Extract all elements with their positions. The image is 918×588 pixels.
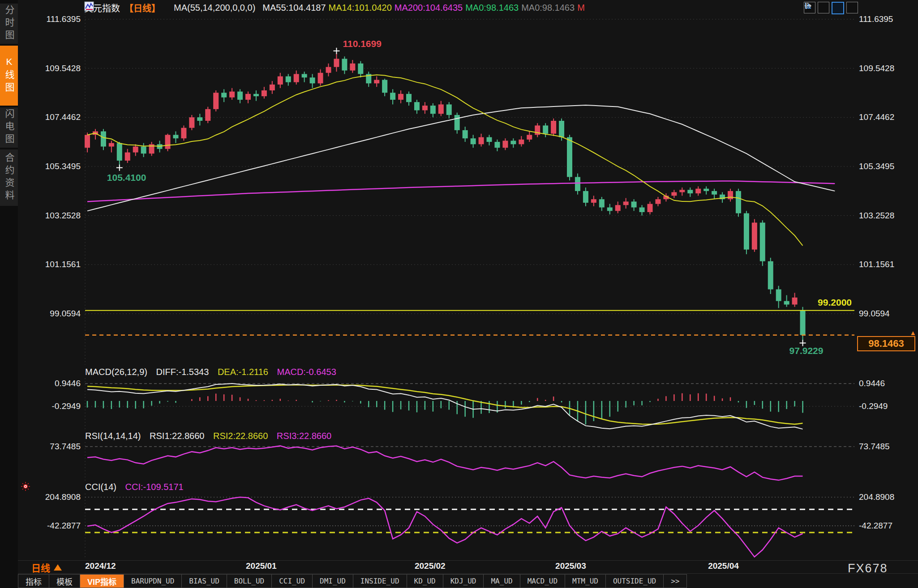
macd-axis-label: -0.2949 [859,401,916,411]
current-price-box: 98.1463 ▲ [857,336,915,351]
sidebar-item-4[interactable]: 合约资料 [0,149,18,206]
x-axis-month-label: 2025/03 [555,561,586,571]
toolbar [804,2,858,14]
rsi-axis-label: 73.7485 [859,442,916,452]
rsi3-value: RSI3:22.8660 [277,431,331,441]
price-axis-label: 109.5428 [859,64,916,73]
cci-value: CCI:-109.5171 [125,482,184,492]
indicator-tab-bar: 指标模板VIP指标BARUPDN_UDBIAS_UDBOLL_UDCCI_UDD… [18,574,687,588]
rsi-axis-label: 73.7485 [26,442,81,452]
indicator-tab-dmiud[interactable]: DMI_UD [313,574,353,588]
price-axis-label: 103.2528 [26,211,81,221]
last-low-label: 97.9229 [789,345,824,356]
indicator-tab-mtmud[interactable]: MTM_UD [565,574,606,588]
price-axis-label: 101.1561 [859,260,916,269]
x-axis-month-label: 2025/01 [246,561,277,571]
macd-axis-label: 0.9446 [26,379,81,388]
chart-canvas [0,0,918,588]
period-selector-label: 日线 [31,561,50,574]
cci-axis-label: -42.2877 [26,521,81,531]
sidebar-item-1[interactable]: 分时图 [0,4,18,44]
macd-title: MACD(26,12,9) [85,367,147,377]
period-badge[interactable]: 【日线】 [124,1,160,14]
separator [18,573,918,574]
indicator-tab-kdjud[interactable]: KDJ_UD [443,574,484,588]
indicator-tab-barupdnud[interactable]: BARUPDN_UD [124,574,182,588]
chart-application: 分时图K线图闪电图合约资料 美元指数 【日线】 MA(55,14,200,0,0… [0,0,918,588]
indicator-tab-[interactable]: 指标 [18,574,49,588]
x-axis-month-label: 2025/02 [415,561,446,571]
cci-axis-label: -42.2877 [859,521,916,531]
cci-axis-label: 204.8908 [859,492,916,502]
price-axis-label: 107.4462 [859,112,916,122]
indicator-tab-maud[interactable]: MA_UD [484,574,520,588]
ma-values: MA55:104.4187MA14:101.0420MA200:104.6435… [260,3,584,13]
watermark: FX678 [848,562,888,575]
macd-axis-label: -0.2949 [26,401,81,411]
ma-value-2: MA14:101.0420 [329,3,392,13]
ma-value-6: M [577,3,585,13]
indicator-tab-vip[interactable]: VIP指标 [80,574,124,588]
sidebar-item-3[interactable]: 闪电图 [0,107,18,148]
indicator-tab-outsideud[interactable]: OUTSIDE_UD [606,574,664,588]
macd-axis-label: 0.9446 [859,379,916,388]
indicator-tab-insideud[interactable]: INSIDE_UD [353,574,407,588]
price-axis-label: 111.6395 [26,14,81,24]
price-axis-label: 105.3495 [26,162,81,171]
separator [18,560,918,561]
x-axis-month-label: 2025/04 [708,561,739,571]
ma-value-4: MA0:98.1463 [465,3,519,13]
rsi-panel-header: RSI(14,14,14) RSI1:22.8660 RSI2:22.8660 … [85,431,338,441]
swing-low-label: 105.4100 [107,172,146,183]
cci-title: CCI(14) [85,482,116,492]
period-dropdown-icon [54,564,62,571]
period-selector[interactable]: 日线 [31,561,62,574]
indicator-tab-biasud[interactable]: BIAS_UD [182,574,227,588]
price-flag-icon: ▲ [909,329,916,337]
indicator-tab-kdud[interactable]: KD_UD [407,574,443,588]
indicator-tab-macdud[interactable]: MACD_UD [520,574,565,588]
indicator-tab-[interactable]: 模板 [49,574,80,588]
price-axis-label: 109.5428 [26,64,81,73]
x-axis-month-label: 2024/12 [85,561,116,571]
horizontal-line-price-label: 99.2000 [789,297,852,308]
price-axis-label: 99.0594 [26,309,81,319]
price-axis-label: 99.0594 [859,309,916,319]
rsi-title: RSI(14,14,14) [85,431,141,441]
axis-left-style-icon[interactable] [818,2,829,13]
chart-header: 美元指数 【日线】 MA(55,14,200,0,0,0) MA55:104.4… [84,1,585,14]
macd-macd-value: MACD:-0.6453 [277,367,336,377]
rsi1-value: RSI1:22.8660 [150,431,204,441]
price-axis-label: 111.6395 [859,14,916,24]
cci-axis-label: 204.8908 [26,492,81,502]
rsi2-value: RSI2:22.8660 [213,431,268,441]
collapse-pane-icon[interactable] [846,2,858,13]
macd-dea-value: DEA:-1.2116 [218,367,268,377]
indicator-tab-cciud[interactable]: CCI_UD [272,574,313,588]
price-axis-label: 105.3495 [859,162,916,171]
price-axis-label: 103.2528 [859,211,916,221]
price-axis-label: 101.1561 [26,260,81,269]
indicator-tab->>[interactable]: >> [664,574,687,588]
price-axis-label: 107.4462 [26,112,81,122]
ma-value-3: MA200:104.6435 [395,3,463,13]
sidebar-item-2[interactable]: K线图 [0,46,18,106]
macd-diff-value: DIFF:-1.5343 [156,367,209,377]
swing-high-label: 110.1699 [343,38,381,49]
macd-panel-header: MACD(26,12,9) DIFF:-1.5343 DEA:-1.2116 M… [85,367,343,377]
indicator-tab-bollud[interactable]: BOLL_UD [227,574,272,588]
ma-value-5: MA0:98.1463 [521,3,575,13]
current-price-value: 98.1463 [868,338,904,349]
ma-value-1: MA55:104.4187 [262,3,326,13]
ma-settings-label: MA(55,14,200,0,0,0) [174,3,255,13]
sidebar: 分时图K线图闪电图合约资料 [0,0,18,588]
axis-right-style-icon[interactable] [832,2,844,14]
cci-panel-header: CCI(14) CCI:-109.5171 [85,482,190,492]
